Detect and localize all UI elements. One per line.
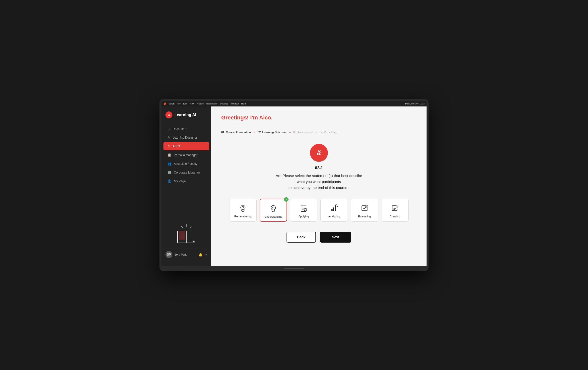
applying-icon [299,203,308,212]
edit-menu[interactable]: Edit [183,102,187,105]
svg-line-2 [181,226,183,228]
sidebar-item-aico[interactable]: ⊙ AICO [163,142,209,150]
sidebar-item-associate-faculty-label: Associate Faculty [174,162,197,166]
portfolio-icon: 📋 [167,153,171,157]
my-page-icon: 👤 [167,179,171,183]
step-arrow-3: » [315,130,317,134]
svg-rect-21 [335,206,336,211]
help-menu[interactable]: Help [241,102,246,105]
step-assessment: 03 Assessment [293,131,313,134]
trackpad-notch [284,268,304,269]
analyzing-icon [330,203,339,212]
view-menu[interactable]: View [190,102,194,105]
sidebar-item-portfolio-label: Portfolio manager [174,153,198,157]
sidebar-item-my-page-label: My Page [174,180,186,183]
corporate-librarian-icon: 🏢 [167,171,171,174]
sidebar-item-dashboard-label: Dashboard [173,127,187,131]
bloom-card-applying[interactable]: Applying [290,199,317,222]
evaluating-label: Evaluating [358,215,371,218]
main-content: Greetings! I'm Aico. 01 Course Foundatio… [211,106,427,266]
aico-avatar: ä [310,144,328,162]
dashboard-icon: ⊞ [167,127,170,131]
logo-icon: a [165,111,172,118]
laptop-bottom [161,266,427,271]
creating-icon [390,203,399,212]
creating-label: Creating [390,215,400,218]
step2-label: Learning Outcome [262,131,287,134]
back-button[interactable]: Back [287,232,316,243]
remembering-icon [238,203,247,212]
svg-rect-8 [179,231,185,240]
sidebar-item-learning-designer-label: Learning Designer [173,136,197,139]
remembering-label: Remembering [234,215,251,218]
bloom-card-evaluating[interactable]: Evaluating [351,199,378,222]
safari-menu[interactable]: Safari [169,102,175,105]
next-button[interactable]: Next [320,232,351,243]
bloom-card-creating[interactable]: Creating [381,199,409,222]
step-learning-outcome: 02 Learning Outcome [258,131,286,134]
logout-icon[interactable]: ↪ [205,253,207,257]
user-name: Sora Park [174,253,197,256]
avatar: SP [165,251,172,258]
step-progress-bar: 01 Course Foundation » 02 Learning Outco… [221,130,417,134]
associate-faculty-icon: 👥 [167,162,171,166]
sidebar-item-portfolio-manager[interactable]: 📋 Portfolio manager [163,151,209,159]
step2-num: 02 [258,131,261,134]
screen: a Learning AI ⊞ Dashboard ✎ Learning Des… [161,106,427,266]
sidebar: a Learning AI ⊞ Dashboard ✎ Learning Des… [161,106,211,266]
step-completed: 04 Completed [319,131,337,134]
step-arrow-2: » [289,130,291,134]
svg-point-12 [272,207,273,208]
svg-point-22 [335,204,337,206]
svg-point-13 [274,207,274,208]
evaluating-icon [360,203,369,212]
apple-menu[interactable]: 🍎 [163,102,166,105]
user-area: SP Sora Park 🔔 ↪ [161,248,211,261]
clock: Mon Jun 5 9:41 AM [405,102,425,105]
step1-num: 01 [221,131,224,134]
step4-num: 04 [319,131,322,134]
greeting: Greetings! I'm Aico. [221,114,417,121]
bookmarks-menu[interactable]: Bookmarks [206,102,218,105]
aico-section: ä 02-1 Are Please select the statement(s… [221,144,417,243]
logo-area: a Learning AI [161,111,211,124]
step1-label: Course Foundation [226,131,251,134]
step4-label: Completed [324,131,337,134]
step-arrow-1: » [253,130,255,134]
svg-line-23 [337,206,338,207]
svg-rect-19 [331,209,333,211]
svg-point-11 [271,205,276,210]
step-indicator: 02-1 [315,166,323,170]
app-title: Learning AI [174,113,196,117]
bloom-card-understanding[interactable]: ✓ Understanding [260,199,287,222]
sidebar-item-my-page[interactable]: 👤 My Page [163,177,209,185]
sidebar-illustration [161,220,211,248]
sidebar-item-corporate-librarian-label: Corporate Librarian [174,171,200,174]
svg-rect-20 [333,207,334,211]
greeting-highlight: I'm Aico. [250,114,273,121]
window-menu[interactable]: Window [231,102,239,105]
sidebar-item-associate-faculty[interactable]: 👥 Associate Faculty [163,160,209,168]
sidebar-item-learning-designer[interactable]: ✎ Learning Designer [163,133,209,142]
develop-menu[interactable]: Develop [220,102,228,105]
book-illustration-svg [175,224,198,244]
file-menu[interactable]: File [177,102,181,105]
divider [221,125,417,125]
question-text: Are Please select the statement(s) that … [276,173,362,191]
history-menu[interactable]: History [197,102,204,105]
sidebar-item-corporate-librarian[interactable]: 🏢 Corporate Librarian [163,168,209,177]
svg-line-1 [190,226,192,228]
notification-icon[interactable]: 🔔 [199,253,203,257]
step3-label: Assessment [298,131,313,134]
step-course-foundation: 01 Course Foundation [221,131,251,134]
svg-point-10 [243,209,243,210]
menu-bar: 🍎 Safari File Edit View History Bookmark… [161,101,427,106]
sidebar-item-aico-label: AICO [173,145,180,148]
learning-designer-icon: ✎ [167,136,170,139]
step3-num: 03 [293,131,296,134]
bloom-card-remembering[interactable]: Remembering [229,199,257,222]
bloom-cards-grid: Remembering ✓ Understanding [229,199,409,222]
sidebar-item-dashboard[interactable]: ⊞ Dashboard [163,125,209,133]
button-row: Back Next [287,232,351,243]
bloom-card-analyzing[interactable]: Analyzing [320,199,348,222]
